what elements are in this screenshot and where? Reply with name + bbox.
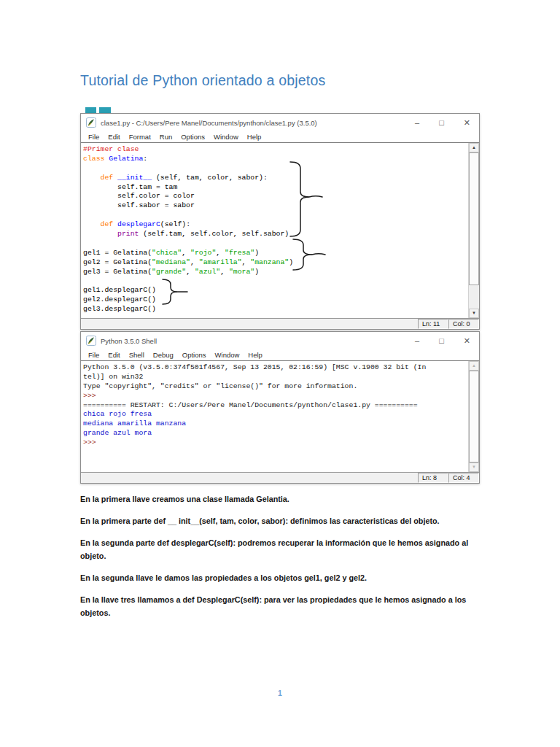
shell-window-title: Python 3.5.0 Shell: [101, 337, 157, 345]
close-icon[interactable]: ✕: [464, 119, 470, 127]
explanation-paragraph: En la llave tres llamamos a def Desplega…: [80, 593, 483, 619]
explanation-section: En la primera llave creamos una clase ll…: [80, 492, 483, 628]
code-line: def __init__ (self, tam, color, sabor):: [83, 174, 468, 183]
background-artifact: [85, 107, 96, 113]
python-idle-icon: [86, 117, 96, 128]
shell-scroll-thumb[interactable]: [469, 371, 479, 462]
column-indicator: Col: 4: [448, 473, 479, 483]
code-line: grande azul mora: [83, 429, 468, 438]
code-line: [83, 239, 468, 249]
code-line: Type "copyright", "credits" or "license(…: [83, 382, 468, 392]
menu-item-help[interactable]: Help: [243, 133, 266, 141]
menu-item-file[interactable]: File: [84, 351, 104, 359]
code-line: chica rojo fresa: [83, 410, 468, 419]
shell-scrollbar[interactable]: ▲ ▼: [468, 361, 479, 472]
explanation-paragraph: En la primera llave creamos una clase ll…: [80, 492, 483, 506]
code-line: mediana amarilla manzana: [83, 419, 468, 429]
line-indicator: Ln: 11: [418, 319, 448, 329]
editor-scroll-thumb[interactable]: [469, 152, 479, 285]
code-line: self.color = color: [83, 192, 468, 201]
code-line: self.tam = tam: [83, 183, 468, 193]
scroll-down-icon[interactable]: ▼: [469, 309, 479, 318]
page-number: 1: [0, 689, 560, 697]
explanation-paragraph: En la segunda llave le damos las propied…: [80, 571, 483, 584]
editor-titlebar[interactable]: clase1.py - C:/Users/Pere Manel/Document…: [81, 114, 479, 131]
menu-item-edit[interactable]: Edit: [104, 133, 124, 141]
close-icon[interactable]: ✕: [464, 337, 470, 345]
code-line: gel3.desplegarC(): [83, 305, 468, 314]
maximize-icon[interactable]: □: [439, 337, 444, 345]
editor-window-title: clase1.py - C:/Users/Pere Manel/Document…: [101, 119, 317, 127]
code-line: self.sabor = sabor: [83, 201, 468, 211]
editor-statusbar: Ln: 11 Col: 0: [81, 318, 479, 329]
maximize-icon[interactable]: □: [439, 119, 444, 127]
menu-item-options[interactable]: Options: [176, 133, 209, 141]
menu-item-debug[interactable]: Debug: [149, 351, 178, 359]
scroll-up-icon[interactable]: ▲: [469, 361, 479, 371]
editor-menubar: FileEditFormatRunOptionsWindowHelp: [81, 131, 479, 142]
explanation-paragraph: En la segunda parte def desplegarC(self)…: [80, 536, 483, 562]
menu-item-window[interactable]: Window: [211, 351, 244, 359]
shell-titlebar[interactable]: Python 3.5.0 Shell – □ ✕: [81, 332, 479, 349]
code-line: def desplegarC(self):: [83, 220, 468, 230]
scroll-down-icon[interactable]: ▼: [469, 462, 479, 472]
python-idle-icon: [86, 336, 96, 346]
minimize-icon[interactable]: –: [415, 337, 419, 345]
menu-item-window[interactable]: Window: [209, 133, 243, 141]
code-line: [83, 211, 468, 220]
code-line: tel)] on win32: [83, 373, 468, 382]
code-line: gel1.desplegarC(): [83, 286, 468, 295]
code-line: ========== RESTART: C:/Users/Pere Manel/…: [83, 401, 468, 411]
idle-editor-window: clase1.py - C:/Users/Pere Manel/Document…: [80, 113, 480, 330]
menu-item-options[interactable]: Options: [178, 351, 211, 359]
background-artifact: [99, 107, 111, 113]
code-line: gel2.desplegarC(): [83, 295, 468, 305]
menu-item-format[interactable]: Format: [125, 133, 155, 141]
code-line: gel2 = Gelatina("mediana", "amarilla", "…: [83, 258, 468, 268]
menu-item-edit[interactable]: Edit: [104, 351, 124, 359]
code-line: print (self.tam, self.color, self.sabor): [83, 230, 468, 239]
code-line: [83, 164, 468, 174]
column-indicator: Col: 0: [448, 319, 479, 329]
menu-item-shell[interactable]: Shell: [125, 351, 149, 359]
scroll-up-icon[interactable]: ▲: [469, 143, 479, 152]
code-line: >>>: [83, 392, 468, 401]
menu-item-file[interactable]: File: [84, 133, 104, 141]
code-line: gel1 = Gelatina("chica", "rojo", "fresa"…: [83, 249, 468, 258]
code-line: gel3 = Gelatina("grande", "azul", "mora"…: [83, 268, 468, 277]
shell-menubar: FileEditShellDebugOptionsWindowHelp: [81, 349, 479, 360]
shell-content: Python 3.5.0 (v3.5.0:374f501f4567, Sep 1…: [81, 360, 479, 472]
python-shell-window: Python 3.5.0 Shell – □ ✕ FileEditShellDe…: [80, 331, 480, 484]
page-title: Tutorial de Python orientado a objetos: [80, 72, 489, 89]
editor-content: #Primer claseclass Gelatina: def __init_…: [81, 142, 479, 318]
menu-item-help[interactable]: Help: [244, 351, 267, 359]
editor-scrollbar[interactable]: ▲ ▼: [468, 143, 479, 318]
code-line: >>>: [83, 438, 468, 448]
code-line: #Primer clase: [83, 145, 468, 155]
menu-item-run[interactable]: Run: [155, 133, 176, 141]
code-line: class Gelatina:: [83, 155, 468, 164]
minimize-icon[interactable]: –: [415, 119, 419, 127]
code-editor[interactable]: #Primer claseclass Gelatina: def __init_…: [81, 143, 468, 318]
shell-console[interactable]: Python 3.5.0 (v3.5.0:374f501f4567, Sep 1…: [81, 361, 468, 472]
line-indicator: Ln: 8: [418, 473, 448, 483]
code-line: [83, 276, 468, 286]
code-line: Python 3.5.0 (v3.5.0:374f501f4567, Sep 1…: [83, 363, 468, 373]
shell-statusbar: Ln: 8 Col: 4: [81, 472, 479, 483]
explanation-paragraph: En la primera parte def __ init__(self, …: [80, 514, 483, 527]
